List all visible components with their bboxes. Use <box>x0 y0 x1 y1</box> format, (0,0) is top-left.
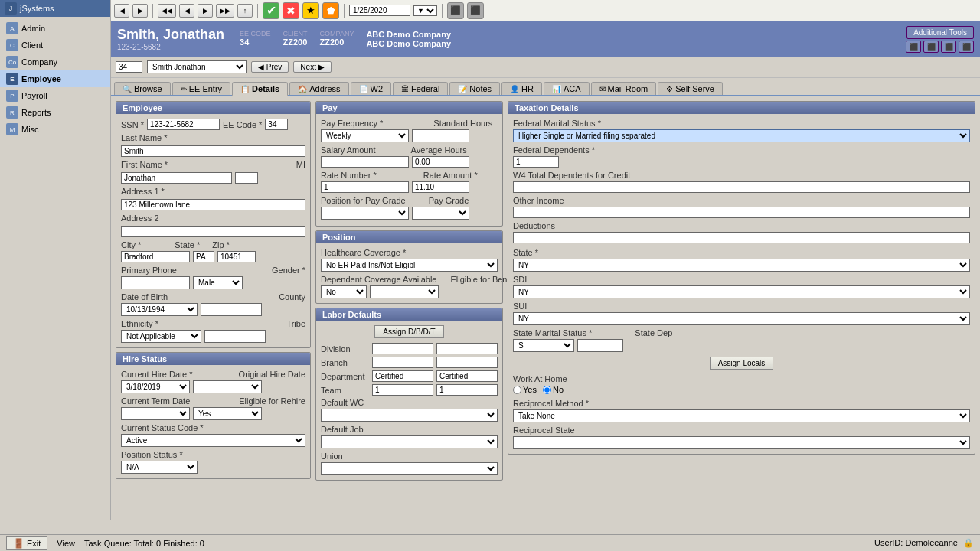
state-input[interactable] <box>193 251 214 262</box>
employee-name-select[interactable]: Smith Jonathan <box>147 60 247 73</box>
tool1-button[interactable]: ⬛ <box>447 2 464 19</box>
forward-button[interactable]: ▶ <box>132 4 148 18</box>
last-name-input[interactable] <box>121 145 305 157</box>
date-field[interactable] <box>349 5 410 16</box>
tool-icon4[interactable]: ⬛ <box>959 41 974 53</box>
zip-input[interactable] <box>217 251 256 262</box>
current-hire-select[interactable]: 3/18/2019 <box>121 380 190 393</box>
pay-freq-select[interactable]: Weekly Bi-Weekly Semi-Monthly Monthly <box>321 129 409 142</box>
employee-number-input[interactable] <box>116 61 142 73</box>
pos-pay-grade-select[interactable] <box>321 207 409 220</box>
tab-notes[interactable]: 📝 Notes <box>449 82 500 95</box>
work-home-no-radio[interactable] <box>543 386 551 394</box>
rate-num-input[interactable] <box>321 181 409 193</box>
assign-dbdt-button[interactable]: Assign D/B/D/T <box>374 325 443 338</box>
union-select[interactable] <box>321 462 498 475</box>
tab-address[interactable]: 🏠 Address <box>289 82 348 95</box>
state-marital-select[interactable]: S M H <box>513 339 574 352</box>
other-income-input[interactable] <box>513 207 970 218</box>
flag-button[interactable]: ⬟ <box>322 2 339 19</box>
sidebar-item-admin[interactable]: A Admin <box>0 20 110 37</box>
tab-federal[interactable]: 🏛 Federal <box>393 82 448 95</box>
exit-button[interactable]: Exit <box>27 539 41 548</box>
department-input2[interactable] <box>436 370 498 382</box>
tab-details[interactable]: 📋 Details <box>232 82 288 96</box>
phone-input[interactable] <box>121 276 190 289</box>
dep-coverage-select[interactable]: No Yes <box>321 285 367 298</box>
pay-grade-select[interactable] <box>412 207 469 220</box>
w4-total-input[interactable] <box>513 181 970 193</box>
dob-select[interactable]: 10/13/1994 <box>121 303 198 316</box>
orig-hire-select[interactable] <box>193 380 262 393</box>
last-button[interactable]: ▶▶ <box>216 4 234 18</box>
sidebar-item-misc[interactable]: M Misc <box>0 121 110 138</box>
default-job-select[interactable] <box>321 435 498 448</box>
county-input[interactable] <box>201 303 262 316</box>
back-button[interactable]: ◀ <box>114 4 129 18</box>
next-button[interactable]: ▶ <box>198 4 213 18</box>
reciprocal-state-select[interactable] <box>513 436 970 449</box>
tool2-button[interactable]: ⬛ <box>467 2 484 19</box>
branch-input2[interactable] <box>436 357 498 368</box>
star-button[interactable]: ★ <box>302 2 319 19</box>
prev-employee-button[interactable]: ◀ Prev <box>251 61 289 73</box>
tool-icon2[interactable]: ⬛ <box>923 41 939 53</box>
ethnicity-select[interactable]: Not Applicable <box>121 330 201 343</box>
city-input[interactable] <box>121 251 190 262</box>
team-input2[interactable] <box>436 384 498 396</box>
state-tax-select[interactable]: NY NJ PA <box>513 259 970 272</box>
division-input2[interactable] <box>436 343 498 354</box>
sidebar-item-payroll[interactable]: P Payroll <box>0 87 110 104</box>
sidebar-item-reports[interactable]: R Reports <box>0 104 110 121</box>
address1-input[interactable] <box>121 199 305 210</box>
sidebar-item-employee[interactable]: E Employee <box>0 70 110 87</box>
rate-amount-input[interactable] <box>412 181 469 193</box>
mi-input[interactable] <box>235 172 258 184</box>
prev-button[interactable]: ◀ <box>179 4 194 18</box>
ssn-input[interactable] <box>147 119 220 130</box>
save-button[interactable]: ✔ <box>263 2 279 19</box>
fed-marital-select[interactable]: Higher Single or Married filing separate… <box>513 129 970 142</box>
tab-ee-entry[interactable]: ✏ EE Entry <box>172 82 230 95</box>
fed-dep-input[interactable] <box>513 156 559 168</box>
current-term-select[interactable] <box>121 407 190 420</box>
tab-aca[interactable]: 📊 ACA <box>544 82 590 95</box>
team-input1[interactable] <box>372 384 433 396</box>
eligible-benefits-select[interactable] <box>370 285 439 298</box>
default-wc-select[interactable] <box>321 409 498 422</box>
sdi-select[interactable]: NY NJ <box>513 285 970 298</box>
sui-select[interactable]: NY NJ <box>513 312 970 325</box>
position-status-select[interactable]: N/A <box>121 461 198 474</box>
status-code-select[interactable]: Active Terminated <box>121 434 305 447</box>
state-dep-input[interactable] <box>577 339 623 352</box>
tab-browse[interactable]: 🔍 Browse <box>114 82 171 95</box>
date-dropdown[interactable]: ▼ <box>413 5 437 16</box>
next-employee-button[interactable]: Next ▶ <box>293 61 331 73</box>
deductions-input[interactable] <box>513 232 970 243</box>
ee-code-input[interactable] <box>265 119 288 130</box>
std-hours-input[interactable] <box>412 129 469 142</box>
healthcare-select[interactable]: No ER Paid Ins/Not Eligibl <box>321 259 498 272</box>
reciprocal-select[interactable]: Take None Resident Non-Resident <box>513 409 970 422</box>
tab-selfserve[interactable]: ⚙ Self Serve <box>658 82 723 95</box>
tab-mailroom[interactable]: ✉ Mail Room <box>591 82 657 95</box>
tool-icon1[interactable]: ⬛ <box>906 41 921 53</box>
tab-w2[interactable]: 📄 W2 <box>351 82 392 95</box>
tab-hr[interactable]: 👤 HR <box>501 82 542 95</box>
first-button[interactable]: ◀◀ <box>158 4 176 18</box>
work-home-yes-radio[interactable] <box>513 386 521 394</box>
address2-input[interactable] <box>121 226 305 237</box>
refresh-button[interactable]: ↑ <box>237 4 253 18</box>
sidebar-item-client[interactable]: C Client <box>0 37 110 54</box>
assign-locals-button[interactable]: Assign Locals <box>710 357 774 370</box>
eligible-rehire-select[interactable]: Yes No <box>193 407 262 420</box>
sidebar-item-company[interactable]: Co Company <box>0 54 110 70</box>
cancel-button[interactable]: ✖ <box>283 2 299 19</box>
department-input1[interactable] <box>372 370 433 382</box>
tool-icon3[interactable]: ⬛ <box>941 41 956 53</box>
first-name-input[interactable] <box>121 172 232 184</box>
division-input1[interactable] <box>372 343 433 354</box>
avg-hours-input[interactable] <box>412 156 469 168</box>
branch-input1[interactable] <box>372 357 433 368</box>
salary-input[interactable] <box>321 156 409 168</box>
